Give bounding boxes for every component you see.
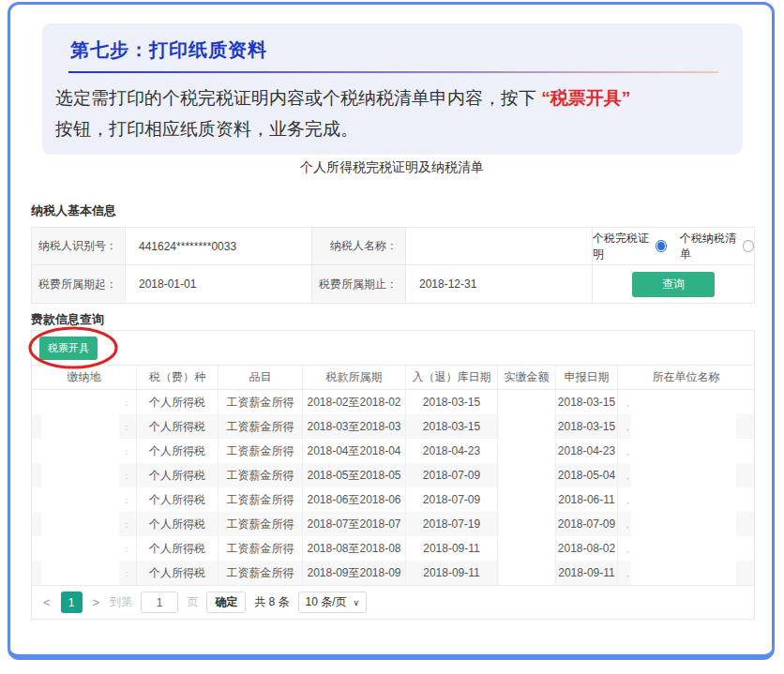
column-header: 品目 [219, 366, 303, 389]
redaction-remnant: ， [623, 445, 632, 458]
redaction-box [41, 439, 119, 463]
cell-place-redacted: ： [32, 487, 137, 512]
radio-selected-icon[interactable] [656, 240, 667, 252]
goto-page-label: 到第 [110, 594, 132, 610]
table-body: ：个人所得税工资薪金所得2018-02至2018-022018-03-15201… [32, 390, 754, 585]
radio-unselected-icon[interactable] [743, 240, 754, 252]
total-count-label: 共 8 条 [254, 594, 289, 610]
cell-place-redacted: ： [32, 536, 137, 561]
column-header: 入（退）库日期 [406, 366, 498, 389]
radio-label: 个税完税证明 [593, 231, 652, 262]
cell-amount-redacted [498, 463, 556, 487]
step-title: 第七步：打印纸质资料 [42, 23, 743, 63]
redaction-remnant: ， [623, 421, 632, 434]
table-header-row: 缴纳地税（费）种品目税款所属期入（退）库日期实缴金额申报日期所在单位名称 [32, 365, 754, 390]
redaction-box [499, 512, 554, 536]
taxpayer-info-form: 纳税人识别号： 441624********0033 纳税人名称： 个税完税证明… [31, 227, 755, 304]
taxpayer-id-label: 纳税人识别号： [32, 228, 126, 265]
table-cell: 2018-09-11 [406, 536, 498, 561]
table-cell: 个人所得税 [137, 512, 219, 536]
page-size-value: 10 条/页 [306, 594, 347, 610]
redaction-remnant: ： [122, 518, 131, 532]
taxpayer-name-value [406, 228, 593, 265]
table-cell: 2018-05-04 [556, 463, 618, 487]
redaction-box [41, 512, 119, 536]
cell-company-redacted: ， [618, 439, 754, 463]
query-button[interactable]: 查询 [632, 272, 715, 297]
next-page-button[interactable]: > [91, 595, 102, 609]
goto-page-input[interactable] [141, 592, 178, 613]
redaction-remnant: ， [623, 470, 632, 483]
invoice-issue-button[interactable]: 税票开具 [39, 337, 98, 360]
table-cell: 工资薪金所得 [219, 439, 303, 463]
table-row[interactable]: ：个人所得税工资薪金所得2018-08至2018-082018-09-11201… [32, 536, 754, 561]
table-row[interactable]: ：个人所得税工资薪金所得2018-07至2018-072018-07-19201… [32, 512, 754, 536]
page-size-select[interactable]: 10 条/页 ∨ [298, 592, 368, 613]
cell-amount-redacted [498, 561, 556, 585]
step-body-highlight: “税票开具” [541, 88, 630, 108]
table-row[interactable]: ：个人所得税工资薪金所得2018-06至2018-062018-07-09201… [32, 487, 754, 512]
redaction-box [41, 414, 119, 439]
confirm-page-button[interactable]: 确定 [206, 592, 246, 613]
table-cell: 工资薪金所得 [219, 390, 303, 414]
redaction-box [41, 561, 119, 585]
prev-page-button[interactable]: < [41, 595, 53, 609]
redaction-box [499, 390, 554, 414]
radio-option-unchecked[interactable]: 个税纳税清单 [680, 231, 754, 262]
cell-amount-redacted [498, 439, 556, 463]
column-header: 税款所属期 [303, 366, 406, 389]
table-cell: 个人所得税 [137, 463, 219, 487]
taxpayer-id-value: 441624********0033 [126, 228, 312, 265]
pagination-bar: < 1 > 到第 页 确定 共 8 条 10 条/页 ∨ [32, 585, 754, 619]
redaction-box [41, 487, 119, 512]
redaction-remnant: ， [623, 494, 632, 507]
redaction-box [499, 414, 554, 439]
radio-label: 个税纳税清单 [680, 231, 739, 262]
table-cell: 工资薪金所得 [219, 512, 303, 536]
cell-company-redacted: ， [618, 487, 754, 512]
page-word-label: 页 [187, 594, 198, 610]
redaction-box [499, 463, 554, 487]
certificate-type-radio-group: 个税完税证明个税纳税清单 [593, 228, 754, 265]
table-cell: 2018-03-15 [556, 390, 618, 414]
redaction-box [41, 463, 119, 487]
redaction-remnant: ： [122, 421, 131, 434]
redaction-box [631, 536, 736, 561]
redaction-box [631, 463, 736, 487]
step-body-text: 选定需打印的个税完税证明内容或个税纳税清单申内容，按下 “税票开具”按钮，打印相… [42, 73, 743, 144]
table-cell: 个人所得税 [137, 439, 219, 463]
taxpayer-name-label: 纳税人名称： [312, 228, 406, 265]
cell-place-redacted: ： [32, 463, 137, 487]
current-page-badge[interactable]: 1 [61, 592, 83, 613]
table-row[interactable]: ：个人所得税工资薪金所得2018-09至2018-092018-09-11201… [32, 561, 754, 585]
table-cell: 工资薪金所得 [219, 536, 303, 561]
table-cell: 2018-02至2018-02 [303, 390, 406, 414]
table-row[interactable]: ：个人所得税工资薪金所得2018-05至2018-052018-07-09201… [32, 463, 754, 487]
period-start-label: 税费所属期起： [32, 265, 126, 303]
table-row[interactable]: ：个人所得税工资薪金所得2018-02至2018-022018-03-15201… [32, 390, 754, 414]
table-cell: 2018-07至2018-07 [303, 512, 406, 536]
table-row[interactable]: ：个人所得税工资薪金所得2018-04至2018-042018-04-23201… [32, 439, 754, 463]
step-body-line2: 按钮，打印相应纸质资料，业务完成。 [55, 119, 358, 139]
redaction-box [499, 439, 554, 463]
table-cell: 2018-03-15 [556, 414, 618, 439]
period-end-value[interactable]: 2018-12-31 [406, 265, 593, 303]
chevron-down-icon: ∨ [354, 598, 360, 607]
step-body-line1: 选定需打印的个税完税证明内容或个税纳税清单申内容，按下 [55, 88, 541, 108]
table-cell: 2018-07-19 [406, 512, 498, 536]
cell-amount-redacted [498, 512, 556, 536]
column-header: 缴纳地 [32, 366, 137, 389]
table-cell: 2018-03至2018-03 [303, 414, 406, 439]
redaction-remnant: ： [122, 397, 131, 410]
redaction-box [499, 487, 554, 512]
cell-company-redacted: ， [618, 390, 754, 414]
table-cell: 2018-08-02 [556, 536, 618, 561]
table-cell: 个人所得税 [137, 487, 219, 512]
redaction-box [41, 536, 119, 561]
fee-section-title: 费款信息查询 [31, 311, 104, 328]
table-row[interactable]: ：个人所得税工资薪金所得2018-03至2018-032018-03-15201… [32, 414, 754, 439]
query-button-cell: 查询 [593, 265, 754, 303]
period-start-value[interactable]: 2018-01-01 [126, 265, 312, 303]
table-cell: 工资薪金所得 [219, 414, 303, 439]
radio-option-checked[interactable]: 个税完税证明 [593, 231, 667, 262]
